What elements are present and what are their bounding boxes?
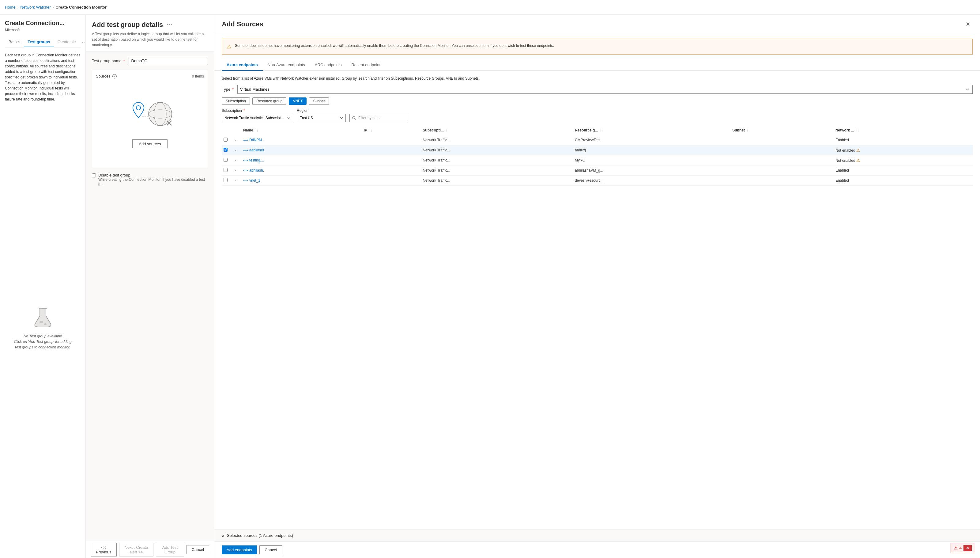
- vm-icon-2: ⟺: [243, 158, 248, 162]
- row-network-3: Enabled: [834, 166, 973, 176]
- th-ip[interactable]: IP ↑↓: [362, 126, 421, 135]
- tab-recent-endpoint[interactable]: Recent endpoint: [346, 59, 385, 71]
- tab-basics[interactable]: Basics: [5, 37, 24, 47]
- region-filter-group: Region East US: [297, 108, 346, 122]
- tab-create-ale[interactable]: Create ale: [54, 37, 80, 47]
- svg-point-3: [136, 106, 141, 110]
- selected-sources-bar: ∧ Selected sources (1 Azure endpoints): [214, 529, 980, 542]
- sources-items-count: 0 Items: [192, 74, 204, 79]
- th-checkbox: [222, 126, 232, 135]
- tab-test-groups[interactable]: Test groups: [24, 37, 54, 47]
- test-group-name-label: Test group name *: [92, 59, 125, 63]
- subscription-select[interactable]: Network Traffic Analytics Subscript...: [222, 114, 293, 122]
- row-ip-2: [362, 155, 421, 166]
- row-subnet-3: [730, 166, 834, 176]
- cancel-button[interactable]: Cancel: [187, 545, 209, 554]
- row-checkbox-3[interactable]: [224, 168, 227, 172]
- tab-non-azure-endpoints[interactable]: Non-Azure endpoints: [263, 59, 310, 71]
- vm-icon-3: ⟺: [243, 169, 248, 172]
- row-subscription-4: Network Traffic...: [421, 176, 573, 186]
- th-subscription[interactable]: Subscripti... ↑↓: [421, 126, 573, 135]
- type-select[interactable]: Virtual Machines: [237, 85, 973, 94]
- row-expand-0[interactable]: ›: [233, 138, 237, 142]
- globe-illustration: [126, 98, 175, 135]
- tab-arc-endpoints[interactable]: ARC endpoints: [310, 59, 346, 71]
- endpoint-tabs: Azure endpoints Non-Azure endpoints ARC …: [214, 59, 980, 71]
- sources-info-icon[interactable]: i: [112, 74, 117, 79]
- th-name[interactable]: Name ↑↓: [241, 126, 362, 135]
- filter-by-name-input[interactable]: [349, 114, 407, 122]
- th-subnet[interactable]: Subnet ↑↓: [730, 126, 834, 135]
- vm-name-3[interactable]: ⟺abhilash.: [243, 168, 360, 172]
- pill-vnet[interactable]: VNET: [289, 97, 306, 105]
- close-button[interactable]: ✕: [963, 20, 973, 29]
- vm-name-0[interactable]: ⟺DtlNPM..: [243, 138, 360, 142]
- row-subnet-4: [730, 176, 834, 186]
- row-subscription-2: Network Traffic...: [421, 155, 573, 166]
- test-group-name-row: Test group name *: [92, 57, 208, 65]
- th-resource-group[interactable]: Resource g... ↑↓: [573, 126, 730, 135]
- row-subscription-3: Network Traffic...: [421, 166, 573, 176]
- breadcrumb-network-watcher[interactable]: Network Watcher: [20, 5, 51, 10]
- region-filter-label: Region: [297, 108, 346, 113]
- flask-icon: [31, 305, 55, 330]
- error-badge[interactable]: ⚠ 4 ✕: [951, 543, 975, 553]
- vm-name-4[interactable]: ⟺vnet_1: [243, 178, 360, 183]
- disable-label: Disable test group: [98, 173, 208, 177]
- row-network-2: Not enabled ⚠: [834, 155, 973, 166]
- warning-badge-icon: ⚠: [954, 546, 958, 550]
- row-checkbox-4[interactable]: [224, 178, 227, 182]
- middle-bottom-bar: << Previous Next : Create alert >> Add T…: [86, 541, 214, 558]
- select-description: Select from a list of Azure VMs with Net…: [222, 75, 973, 81]
- disable-test-group-checkbox[interactable]: [92, 174, 96, 177]
- table-row: › ⟺DtlNPM.. Network Traffic... CMPreview…: [222, 135, 973, 145]
- row-network-1: Not enabled ⚠: [834, 145, 973, 155]
- vm-name-2[interactable]: ⟺testing....: [243, 158, 360, 162]
- row-expand-2[interactable]: ›: [233, 158, 237, 162]
- row-checkbox-1[interactable]: [224, 148, 227, 152]
- row-subnet-0: [730, 135, 834, 145]
- row-checkbox-0[interactable]: [224, 138, 227, 141]
- breadcrumb-sep2: ›: [53, 5, 54, 9]
- table-row: › ⟺abhilash. Network Traffic... abhilash…: [222, 166, 973, 176]
- row-checkbox-2[interactable]: [224, 158, 227, 162]
- table-row: › ⟺testing.... Network Traffic... MyRG N…: [222, 155, 973, 166]
- region-select[interactable]: East US: [297, 114, 346, 122]
- right-cancel-button[interactable]: Cancel: [259, 545, 282, 554]
- row-expand-4[interactable]: ›: [233, 179, 237, 182]
- middle-more-btn[interactable]: ···: [167, 22, 172, 28]
- pill-subscription[interactable]: Subscription: [222, 97, 250, 105]
- add-test-group-button[interactable]: Add Test Group: [156, 543, 184, 556]
- right-title: Add Sources: [222, 20, 263, 28]
- row-expand-3[interactable]: ›: [233, 169, 237, 172]
- vm-icon-0: ⟺: [243, 138, 248, 142]
- vm-name-1[interactable]: ⟺aahilvnet: [243, 148, 360, 152]
- filter-pills: Subscription Resource group VNET Subnet: [222, 97, 973, 105]
- vm-icon-4: ⟺: [243, 179, 248, 183]
- row-subscription-0: Network Traffic...: [421, 135, 573, 145]
- row-subnet-1: [730, 145, 834, 155]
- middle-desc: A Test group lets you define a logical g…: [92, 31, 208, 48]
- pill-subnet[interactable]: Subnet: [309, 97, 329, 105]
- sources-empty-state: Add sources: [96, 82, 204, 164]
- next-button[interactable]: Next : Create alert >>: [119, 543, 154, 556]
- th-network[interactable]: Network ... ↑↓: [834, 126, 973, 135]
- svg-point-1: [39, 321, 43, 323]
- breadcrumb-home[interactable]: Home: [5, 5, 16, 10]
- add-sources-button[interactable]: Add sources: [132, 140, 167, 148]
- error-count: 4: [959, 546, 962, 550]
- row-subscription-1: Network Traffic...: [421, 145, 573, 155]
- add-endpoints-button[interactable]: Add endpoints: [222, 545, 257, 554]
- row-ip-1: [362, 145, 421, 155]
- sources-header: Sources i 0 Items: [96, 74, 204, 79]
- row-warn-icon-1: ⚠: [856, 148, 860, 153]
- row-resource-group-4: deveshResourc...: [573, 176, 730, 186]
- chevron-down-icon[interactable]: ∧: [222, 533, 224, 538]
- tab-azure-endpoints[interactable]: Azure endpoints: [222, 59, 263, 71]
- test-group-name-input[interactable]: [129, 57, 208, 65]
- row-expand-1[interactable]: ›: [233, 148, 237, 152]
- previous-button[interactable]: << Previous: [91, 543, 117, 556]
- row-subnet-2: [730, 155, 834, 166]
- pill-resource-group[interactable]: Resource group: [252, 97, 286, 105]
- row-network-4: Enabled: [834, 176, 973, 186]
